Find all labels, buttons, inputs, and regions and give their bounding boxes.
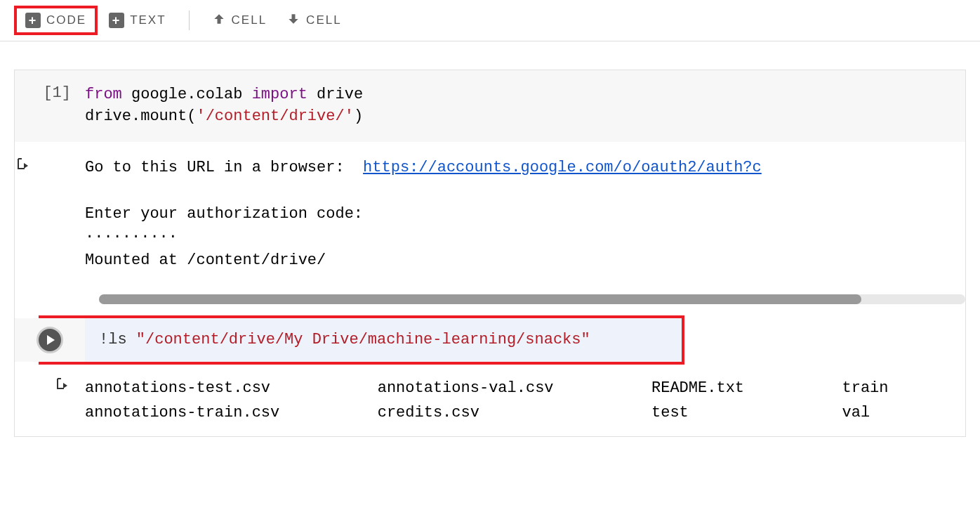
cell-code-1[interactable]: from google.colab import drivedrive.moun…	[85, 84, 965, 128]
cell-prompt: [1]	[15, 84, 85, 128]
code-cell-1[interactable]: [1] from google.colab import drivedrive.…	[15, 70, 965, 142]
file-name: credits.csv	[378, 400, 630, 425]
move-down-label: CELL	[306, 13, 342, 27]
output-icon	[15, 376, 85, 425]
output-row-1: Go to this URL in a browser: https://acc…	[15, 142, 965, 286]
move-cell-up-button[interactable]: CELL	[204, 8, 276, 34]
notebook-area: [1] from google.colab import drivedrive.…	[0, 41, 980, 451]
add-text-button[interactable]: + TEXT	[100, 8, 174, 32]
output-listing: annotations-test.csv annotations-train.c…	[85, 376, 965, 425]
code-cell-2[interactable]: !ls "/content/drive/My Drive/machine-lea…	[15, 318, 682, 362]
add-code-label: CODE	[46, 13, 86, 27]
arrow-up-icon	[212, 12, 226, 30]
move-up-label: CELL	[232, 13, 267, 27]
horizontal-scrollbar[interactable]	[99, 294, 965, 304]
output-row-2: annotations-test.csv annotations-train.c…	[15, 365, 965, 436]
scrollbar-thumb[interactable]	[99, 294, 861, 304]
file-name: test	[651, 400, 821, 425]
plus-icon: +	[109, 13, 124, 28]
file-name: val	[842, 400, 965, 425]
file-name: annotations-test.csv	[85, 376, 357, 400]
cell-code-2[interactable]: !ls "/content/drive/My Drive/machine-lea…	[85, 331, 682, 348]
output-arrow-icon	[15, 156, 32, 173]
toolbar-divider	[189, 11, 190, 30]
arrow-down-icon	[286, 12, 300, 30]
add-text-label: TEXT	[130, 13, 166, 27]
oauth-link[interactable]: https://accounts.google.com/o/oauth2/aut…	[363, 159, 762, 176]
add-code-button[interactable]: + CODE	[17, 8, 95, 32]
file-name: annotations-train.csv	[85, 400, 357, 425]
output-icon	[15, 156, 85, 286]
run-cell-button[interactable]	[37, 327, 63, 353]
output-arrow-icon	[54, 376, 71, 393]
move-cell-down-button[interactable]: CELL	[278, 8, 350, 34]
toolbar: + CODE + TEXT CELL CELL	[0, 0, 980, 41]
file-name: README.txt	[651, 376, 821, 400]
play-icon	[47, 335, 55, 345]
file-name: annotations-val.csv	[378, 376, 630, 400]
cell-container: [1] from google.colab import drivedrive.…	[14, 70, 966, 437]
file-name: train	[842, 376, 965, 400]
plus-icon: +	[25, 13, 41, 28]
output-text-1: Go to this URL in a browser: https://acc…	[85, 156, 965, 286]
